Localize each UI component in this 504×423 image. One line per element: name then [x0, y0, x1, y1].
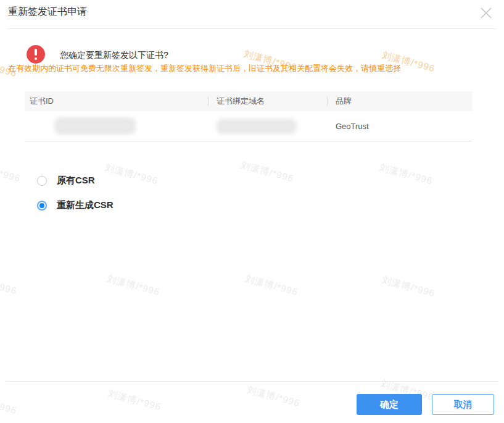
column-divider [208, 97, 209, 106]
radio-label: 原有CSR [57, 175, 95, 186]
radio-label: 重新生成CSR [57, 199, 114, 211]
cancel-button[interactable]: 取消 [432, 394, 494, 415]
watermark: 刘潇博/*996 [0, 392, 18, 417]
column-divider [327, 97, 328, 106]
watermark: 刘潇博/*996 [107, 388, 162, 413]
table-row: GeoTrust [25, 111, 472, 141]
column-header-domain: 证书绑定域名 [208, 91, 327, 111]
cell-brand: GeoTrust [327, 122, 472, 131]
warning-text: 在有效期内的证书可免费无限次重新签发，重新签发获得新证书后，旧证书及其相关配置将… [8, 63, 401, 74]
header-divider [7, 28, 497, 29]
radio-option-regenerate-csr[interactable]: 重新生成CSR [37, 199, 114, 211]
watermark: 刘潇博/*996 [0, 159, 22, 185]
radio-unselected-icon[interactable] [37, 176, 47, 186]
radio-option-original-csr[interactable]: 原有CSR [37, 175, 95, 186]
watermark: 刘潇博/*996 [104, 162, 159, 187]
watermark: 刘潇博/*996 [378, 162, 434, 187]
alert-exclamation-icon [27, 45, 45, 64]
radio-selected-icon[interactable] [37, 201, 47, 211]
watermark: 刘潇博/*996 [0, 272, 18, 297]
cell-domain [208, 119, 327, 134]
column-header-brand: 品牌 [327, 91, 472, 111]
certificate-table: 证书ID 证书绑定域名 品牌 GeoTrust [25, 91, 472, 141]
dialog-title: 重新签发证书申请 [8, 6, 87, 19]
redacted-domain [217, 119, 297, 134]
watermark: 刘潇博/*996 [105, 273, 161, 298]
confirm-question-text: 您确定要重新签发以下证书? [60, 50, 168, 61]
column-header-cert-id: 证书ID [25, 91, 208, 111]
watermark: 刘潇博/*996 [244, 273, 299, 298]
reissue-certificate-dialog: 刘潇博/*996 刘潇博/*996 刘潇博/*996 刘潇博/*996 刘潇博/… [0, 0, 504, 423]
close-icon [478, 5, 494, 21]
close-button[interactable] [477, 4, 495, 22]
watermark: 刘潇博/*996 [239, 159, 295, 185]
footer-divider [6, 381, 498, 382]
watermark: 刘潇博/*996 [246, 384, 301, 409]
table-header-row: 证书ID 证书绑定域名 品牌 [25, 91, 472, 111]
watermark: 刘潇博/*996 [381, 274, 436, 299]
redacted-cert-id [54, 117, 136, 135]
confirm-button[interactable]: 确定 [357, 394, 422, 415]
cell-cert-id [25, 117, 208, 135]
